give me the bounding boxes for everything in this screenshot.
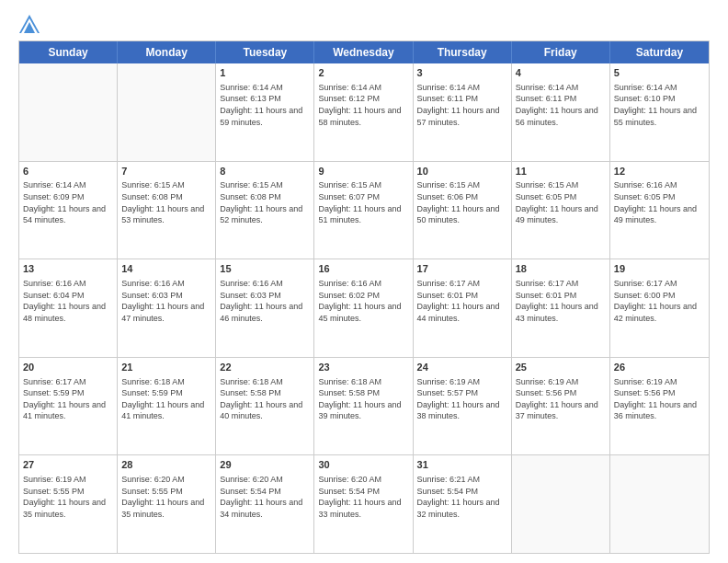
calendar-cell: 20Sunrise: 6:17 AM Sunset: 5:59 PM Dayli… (19, 358, 118, 455)
calendar-cell: 14Sunrise: 6:16 AM Sunset: 6:03 PM Dayli… (118, 259, 216, 357)
calendar-cell: 24Sunrise: 6:19 AM Sunset: 5:57 PM Dayli… (414, 358, 512, 455)
page: Sunday Monday Tuesday Wednesday Thursday… (0, 0, 728, 563)
day-info: Sunrise: 6:17 AM Sunset: 5:59 PM Dayligh… (23, 376, 113, 422)
day-number: 20 (23, 361, 113, 374)
calendar-cell (610, 455, 709, 553)
calendar-cell (512, 455, 610, 553)
day-number: 12 (614, 165, 705, 178)
calendar: Sunday Monday Tuesday Wednesday Thursday… (18, 40, 710, 554)
day-number: 23 (318, 361, 408, 374)
header-tuesday: Tuesday (216, 41, 314, 63)
day-number: 16 (318, 262, 408, 276)
header-friday: Friday (512, 41, 610, 63)
header-wednesday: Wednesday (314, 41, 413, 63)
day-number: 25 (516, 361, 606, 374)
day-number: 28 (121, 458, 211, 472)
calendar-cell: 18Sunrise: 6:17 AM Sunset: 6:01 PM Dayli… (512, 259, 610, 357)
calendar-cell: 5Sunrise: 6:14 AM Sunset: 6:10 PM Daylig… (610, 63, 709, 161)
calendar-cell (19, 63, 118, 161)
day-info: Sunrise: 6:16 AM Sunset: 6:03 PM Dayligh… (121, 278, 211, 324)
day-number: 8 (220, 165, 310, 178)
day-info: Sunrise: 6:17 AM Sunset: 6:00 PM Dayligh… (614, 278, 705, 324)
day-info: Sunrise: 6:21 AM Sunset: 5:54 PM Dayligh… (417, 474, 507, 520)
calendar-cell: 19Sunrise: 6:17 AM Sunset: 6:00 PM Dayli… (610, 259, 709, 357)
calendar-cell: 4Sunrise: 6:14 AM Sunset: 6:11 PM Daylig… (512, 63, 610, 161)
day-number: 22 (220, 361, 310, 374)
day-info: Sunrise: 6:17 AM Sunset: 6:01 PM Dayligh… (417, 278, 507, 324)
day-info: Sunrise: 6:19 AM Sunset: 5:56 PM Dayligh… (516, 376, 606, 422)
day-info: Sunrise: 6:18 AM Sunset: 5:58 PM Dayligh… (220, 376, 310, 422)
day-info: Sunrise: 6:15 AM Sunset: 6:08 PM Dayligh… (220, 179, 310, 225)
day-info: Sunrise: 6:19 AM Sunset: 5:56 PM Dayligh… (614, 376, 705, 422)
calendar-cell: 30Sunrise: 6:20 AM Sunset: 5:54 PM Dayli… (314, 455, 413, 553)
header (18, 15, 710, 31)
calendar-cell: 11Sunrise: 6:15 AM Sunset: 6:05 PM Dayli… (512, 162, 610, 259)
day-number: 9 (318, 165, 408, 178)
day-info: Sunrise: 6:14 AM Sunset: 6:12 PM Dayligh… (318, 82, 408, 128)
calendar-cell: 3Sunrise: 6:14 AM Sunset: 6:11 PM Daylig… (414, 63, 512, 161)
day-info: Sunrise: 6:16 AM Sunset: 6:04 PM Dayligh… (23, 278, 113, 324)
calendar-cell (118, 63, 216, 161)
calendar-body: 1Sunrise: 6:14 AM Sunset: 6:13 PM Daylig… (19, 63, 709, 553)
calendar-week-1: 1Sunrise: 6:14 AM Sunset: 6:13 PM Daylig… (19, 63, 709, 162)
day-number: 18 (516, 262, 606, 276)
calendar-cell: 13Sunrise: 6:16 AM Sunset: 6:04 PM Dayli… (19, 259, 118, 357)
day-info: Sunrise: 6:18 AM Sunset: 5:58 PM Dayligh… (318, 376, 408, 422)
day-number: 30 (318, 458, 408, 472)
calendar-cell: 25Sunrise: 6:19 AM Sunset: 5:56 PM Dayli… (512, 358, 610, 455)
calendar-cell: 23Sunrise: 6:18 AM Sunset: 5:58 PM Dayli… (314, 358, 413, 455)
calendar-cell: 2Sunrise: 6:14 AM Sunset: 6:12 PM Daylig… (314, 63, 413, 161)
day-number: 14 (121, 262, 211, 276)
calendar-cell: 9Sunrise: 6:15 AM Sunset: 6:07 PM Daylig… (314, 162, 413, 259)
day-number: 15 (220, 262, 310, 276)
calendar-week-3: 13Sunrise: 6:16 AM Sunset: 6:04 PM Dayli… (19, 259, 709, 358)
day-number: 11 (516, 165, 606, 178)
day-info: Sunrise: 6:14 AM Sunset: 6:11 PM Dayligh… (516, 82, 606, 128)
calendar-cell: 29Sunrise: 6:20 AM Sunset: 5:54 PM Dayli… (216, 455, 314, 553)
calendar-cell: 7Sunrise: 6:15 AM Sunset: 6:08 PM Daylig… (118, 162, 216, 259)
calendar-header: Sunday Monday Tuesday Wednesday Thursday… (19, 41, 709, 63)
calendar-cell: 28Sunrise: 6:20 AM Sunset: 5:55 PM Dayli… (118, 455, 216, 553)
day-info: Sunrise: 6:15 AM Sunset: 6:06 PM Dayligh… (417, 179, 507, 225)
calendar-cell: 8Sunrise: 6:15 AM Sunset: 6:08 PM Daylig… (216, 162, 314, 259)
calendar-cell: 15Sunrise: 6:16 AM Sunset: 6:03 PM Dayli… (216, 259, 314, 357)
day-number: 17 (417, 262, 507, 276)
day-number: 27 (23, 458, 113, 472)
day-number: 7 (121, 165, 211, 178)
day-info: Sunrise: 6:20 AM Sunset: 5:54 PM Dayligh… (220, 474, 310, 520)
day-number: 3 (417, 66, 507, 80)
calendar-cell: 26Sunrise: 6:19 AM Sunset: 5:56 PM Dayli… (610, 358, 709, 455)
day-number: 21 (121, 361, 211, 374)
day-info: Sunrise: 6:15 AM Sunset: 6:08 PM Dayligh… (121, 179, 211, 225)
day-number: 6 (23, 165, 113, 178)
day-info: Sunrise: 6:14 AM Sunset: 6:13 PM Dayligh… (220, 82, 310, 128)
calendar-cell: 16Sunrise: 6:16 AM Sunset: 6:02 PM Dayli… (314, 259, 413, 357)
calendar-cell: 22Sunrise: 6:18 AM Sunset: 5:58 PM Dayli… (216, 358, 314, 455)
calendar-week-2: 6Sunrise: 6:14 AM Sunset: 6:09 PM Daylig… (19, 162, 709, 260)
calendar-cell: 27Sunrise: 6:19 AM Sunset: 5:55 PM Dayli… (19, 455, 118, 553)
calendar-cell: 10Sunrise: 6:15 AM Sunset: 6:06 PM Dayli… (414, 162, 512, 259)
calendar-cell: 17Sunrise: 6:17 AM Sunset: 6:01 PM Dayli… (414, 259, 512, 357)
day-number: 13 (23, 262, 113, 276)
calendar-cell: 12Sunrise: 6:16 AM Sunset: 6:05 PM Dayli… (610, 162, 709, 259)
day-number: 10 (417, 165, 507, 178)
calendar-cell: 6Sunrise: 6:14 AM Sunset: 6:09 PM Daylig… (19, 162, 118, 259)
day-info: Sunrise: 6:16 AM Sunset: 6:05 PM Dayligh… (614, 179, 705, 225)
calendar-week-4: 20Sunrise: 6:17 AM Sunset: 5:59 PM Dayli… (19, 358, 709, 456)
calendar-cell: 21Sunrise: 6:18 AM Sunset: 5:59 PM Dayli… (118, 358, 216, 455)
day-info: Sunrise: 6:19 AM Sunset: 5:57 PM Dayligh… (417, 376, 507, 422)
day-info: Sunrise: 6:20 AM Sunset: 5:54 PM Dayligh… (318, 474, 408, 520)
day-info: Sunrise: 6:16 AM Sunset: 6:03 PM Dayligh… (220, 278, 310, 324)
day-info: Sunrise: 6:18 AM Sunset: 5:59 PM Dayligh… (121, 376, 211, 422)
calendar-cell: 31Sunrise: 6:21 AM Sunset: 5:54 PM Dayli… (414, 455, 512, 553)
day-info: Sunrise: 6:17 AM Sunset: 6:01 PM Dayligh… (516, 278, 606, 324)
day-info: Sunrise: 6:20 AM Sunset: 5:55 PM Dayligh… (121, 474, 211, 520)
logo-icon (19, 15, 40, 33)
day-number: 24 (417, 361, 507, 374)
day-info: Sunrise: 6:14 AM Sunset: 6:11 PM Dayligh… (417, 82, 507, 128)
day-number: 4 (516, 66, 606, 80)
logo (18, 15, 40, 31)
header-sunday: Sunday (19, 41, 118, 63)
day-number: 29 (220, 458, 310, 472)
day-info: Sunrise: 6:15 AM Sunset: 6:07 PM Dayligh… (318, 179, 408, 225)
